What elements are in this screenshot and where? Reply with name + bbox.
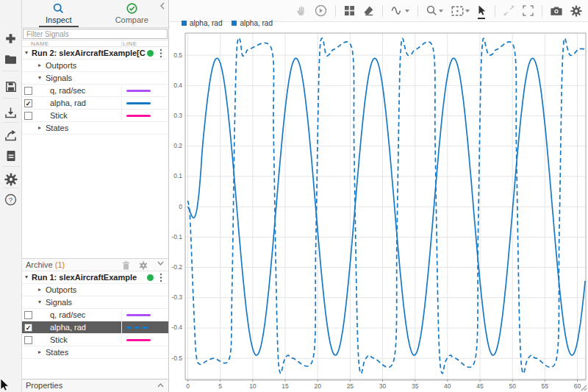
svg-text:5: 5 (218, 382, 222, 390)
signal-row-alpha[interactable]: alpha, rad (22, 97, 168, 110)
save-icon (5, 81, 17, 93)
tab-compare[interactable]: Compare (96, 0, 169, 27)
svg-text:0: 0 (186, 382, 190, 390)
signal-row-q[interactable]: q, rad/sec (22, 85, 168, 97)
column-name: NAME (31, 40, 49, 47)
group-row-states[interactable]: ▸ States (22, 122, 168, 135)
tab-inspect[interactable]: Inspect (22, 0, 96, 27)
simulation-data-inspector-window: ? Inspect Compare NAME LINE ▾ Run 2: sle… (0, 0, 588, 392)
svg-text:55: 55 (542, 382, 549, 390)
group-row-outports[interactable]: ▸ Outports (22, 284, 168, 296)
svg-text:0.4: 0.4 (173, 82, 182, 89)
svg-text:50: 50 (509, 382, 516, 390)
group-row-signals[interactable]: ▾ Signals (22, 296, 168, 309)
gear-icon (4, 173, 18, 186)
chevron-down-icon[interactable] (157, 261, 164, 266)
plus-icon (4, 32, 17, 45)
check-circle-icon (126, 3, 137, 14)
collapse-sidebar-icon[interactable] (159, 2, 166, 10)
signal-checkbox[interactable] (24, 112, 32, 120)
properties-label: Properties (26, 379, 62, 392)
create-report-button[interactable] (0, 145, 21, 167)
column-line: LINE (123, 40, 137, 47)
svg-text:35: 35 (412, 382, 419, 390)
search-icon (53, 3, 64, 14)
run-status-dot (147, 50, 154, 57)
svg-text:10: 10 (249, 382, 257, 390)
export-button[interactable] (0, 124, 21, 146)
svg-text:45: 45 (476, 382, 484, 390)
signal-row-stick[interactable]: Stick (22, 110, 168, 122)
signal-line-swatch (126, 115, 151, 117)
gear-icon[interactable] (139, 261, 148, 270)
import-icon (4, 107, 17, 119)
signal-row-stick[interactable]: Stick (22, 334, 168, 346)
mouse-cursor (0, 379, 10, 392)
tree-column-header: NAME LINE (22, 40, 168, 47)
report-icon (6, 150, 16, 162)
svg-text:15: 15 (282, 382, 289, 390)
group-row-outports[interactable]: ▸ Outports (22, 60, 168, 72)
properties-bar[interactable]: Properties (22, 379, 168, 392)
archive-header[interactable]: Archive (1) (22, 258, 168, 271)
svg-text:0.2: 0.2 (173, 142, 182, 149)
svg-text:0.5: 0.5 (173, 51, 182, 59)
svg-text:-0.4: -0.4 (171, 324, 182, 331)
folder-icon (4, 54, 17, 65)
svg-text:0.3: 0.3 (173, 112, 182, 119)
save-button[interactable] (0, 76, 21, 98)
svg-text:-0.3: -0.3 (171, 293, 182, 301)
svg-text:20: 20 (314, 382, 321, 390)
signal-checkbox[interactable] (24, 336, 32, 344)
svg-text:-0.1: -0.1 (171, 233, 182, 240)
svg-text:0.1: 0.1 (173, 172, 182, 179)
signal-checkbox[interactable] (24, 87, 32, 95)
group-row-states[interactable]: ▸ States (22, 346, 168, 359)
archive-count: (1) (55, 260, 65, 269)
run-row[interactable]: ▾ Run 1: slexAircraftExample (22, 271, 168, 284)
signal-row-q[interactable]: q, rad/sec (22, 309, 168, 321)
tab-compare-label: Compare (115, 15, 148, 24)
filter-signals-bar (22, 28, 168, 40)
kebab-menu-icon[interactable] (159, 273, 162, 282)
svg-text:40: 40 (444, 382, 451, 390)
time-plot[interactable]: 051015202530354045505560-0.5-0.4-0.3-0.2… (170, 0, 588, 392)
signal-row-alpha[interactable]: alpha, rad (22, 321, 168, 334)
run2-title: Run 2: slexAircraftExample[Current] (32, 47, 146, 59)
group-row-signals[interactable]: ▾ Signals (22, 72, 168, 85)
help-icon: ? (4, 193, 17, 206)
export-icon (4, 129, 17, 142)
run-row[interactable]: ▾ Run 2: slexAircraftExample[Current] (22, 47, 168, 60)
signal-checkbox[interactable] (24, 311, 32, 319)
kebab-menu-icon[interactable] (159, 49, 162, 58)
archive-section: Archive (1) ▾ Run 1: slexAircraftExample… (22, 258, 168, 359)
open-button[interactable] (0, 49, 21, 71)
plot-area-panel: alpha, rad alpha, rad 051015202530354045… (170, 0, 588, 392)
run-status-dot (147, 274, 154, 281)
new-button[interactable] (0, 27, 21, 49)
signal-line-swatch (126, 102, 151, 104)
signal-line-swatch (126, 327, 151, 329)
signal-line-swatch (126, 339, 151, 341)
signal-checkbox[interactable] (24, 99, 32, 107)
svg-text:-0.2: -0.2 (171, 263, 182, 271)
svg-text:?: ? (9, 196, 12, 204)
run1-title: Run 1: slexAircraftExample (32, 271, 137, 283)
signal-browser-panel: Inspect Compare NAME LINE ▾ Run 2: slexA… (22, 0, 169, 392)
chevron-up-icon[interactable] (157, 383, 164, 388)
svg-text:0: 0 (179, 203, 182, 210)
filter-signals-input[interactable] (23, 29, 168, 39)
svg-text:-0.5: -0.5 (171, 354, 182, 362)
left-toolbar: ? (0, 0, 22, 392)
tab-inspect-label: Inspect (46, 15, 71, 24)
trash-icon[interactable] (122, 261, 130, 270)
import-button[interactable] (0, 101, 21, 124)
signal-line-swatch (126, 314, 151, 316)
mode-tabs: Inspect Compare (22, 0, 168, 28)
archive-title: Archive (26, 260, 53, 269)
svg-text:25: 25 (347, 382, 354, 390)
signal-checkbox[interactable] (24, 324, 32, 332)
help-button[interactable]: ? (0, 188, 21, 210)
signal-line-swatch (126, 90, 151, 92)
resize-grip[interactable] (581, 385, 587, 391)
